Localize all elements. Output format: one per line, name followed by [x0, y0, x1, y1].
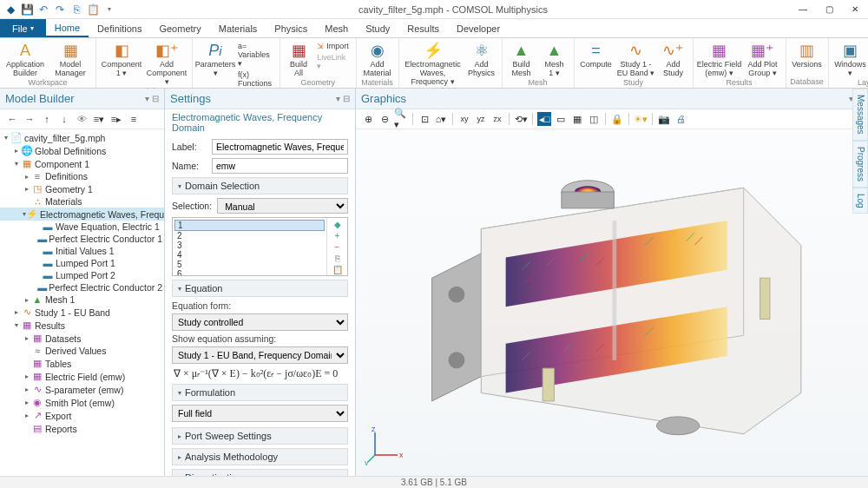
tab-definitions[interactable]: Definitions	[89, 19, 150, 37]
tree-toggle-icon[interactable]: ▸	[23, 399, 31, 406]
tree-node[interactable]: ▾📄cavity_filter_5g.mph	[0, 131, 164, 144]
progress-tab[interactable]: Progress	[852, 141, 868, 188]
tree-node[interactable]: ▬Lumped Port 1	[0, 257, 164, 269]
transparency-icon[interactable]: ◫	[587, 112, 601, 126]
formulation-header[interactable]: ▾Formulation	[172, 384, 348, 401]
tree-toggle-icon[interactable]: ▸	[23, 334, 31, 342]
dom-copy-icon[interactable]: ⎘	[335, 254, 340, 263]
tab-materials[interactable]: Materials	[210, 19, 266, 37]
save-icon[interactable]: 💾	[20, 3, 34, 16]
domain-selection-header[interactable]: ▾Domain Selection	[172, 177, 348, 195]
emw-button[interactable]: ⚡ElectromagneticWaves, Frequency ▾	[403, 39, 464, 87]
tree-toggle-icon[interactable]: ▸	[12, 308, 21, 316]
tree-node[interactable]: ▸≡Definitions	[0, 170, 164, 182]
formulation-select[interactable]: Full field	[172, 405, 348, 422]
build-all-button[interactable]: ▦BuildAll	[284, 39, 313, 78]
equation-header[interactable]: ▾Equation	[172, 280, 348, 297]
view-xy-icon[interactable]: xy	[457, 112, 471, 126]
nav-down-icon[interactable]: ↓	[57, 112, 71, 126]
electric-field-button[interactable]: ▦Electric Field(emw) ▾	[697, 39, 742, 78]
tree-node[interactable]: ▬Lumped Port 2	[0, 269, 164, 281]
tab-mesh[interactable]: Mesh	[316, 19, 357, 37]
nav-fwd-icon[interactable]: →	[23, 112, 36, 126]
maximize-button[interactable]: ▢	[816, 0, 842, 19]
tree-node[interactable]: ▸◉Smith Plot (emw)	[0, 396, 164, 409]
messages-tab[interactable]: Messages	[852, 89, 868, 141]
domain-item[interactable]: 2	[174, 231, 325, 241]
view-yz-icon[interactable]: yz	[474, 112, 488, 126]
tree-toggle-icon[interactable]: ▸	[23, 412, 31, 419]
tree-node[interactable]: ▸∿S-parameter (emw)	[0, 383, 164, 396]
tree-more-icon[interactable]: ≡	[127, 112, 141, 126]
domain-item[interactable]: 1	[174, 220, 325, 231]
tree-node[interactable]: ▾▦Component 1	[0, 157, 164, 170]
lock-icon[interactable]: 🔒	[610, 112, 624, 126]
tree-node[interactable]: ▸◳Geometry 1	[0, 182, 164, 195]
tree-toggle-icon[interactable]: ▾	[12, 160, 21, 168]
qat-more-icon[interactable]: ▾	[102, 3, 116, 16]
dom-remove-icon[interactable]: −	[335, 242, 340, 252]
graphics-canvas[interactable]: x y z	[356, 129, 868, 476]
paste-icon[interactable]: 📋	[86, 3, 100, 16]
tree-toggle-icon[interactable]: ▸	[23, 185, 31, 193]
add-plot-button[interactable]: ▦⁺Add PlotGroup ▾	[744, 39, 782, 78]
tab-physics[interactable]: Physics	[266, 19, 316, 37]
livelink-button[interactable]: LiveLink ▾	[315, 52, 352, 71]
import-button[interactable]: ⇲Import	[315, 41, 352, 51]
file-tab[interactable]: File▾	[0, 19, 46, 37]
tree-node[interactable]: ⛬Materials	[0, 195, 164, 208]
tree-toggle-icon[interactable]: ▸	[12, 147, 21, 155]
eq-form-select[interactable]: Study controlled	[172, 313, 348, 331]
select-mode-icon[interactable]: ◂□	[537, 112, 551, 126]
analysis-header[interactable]: ▸Analysis Methodology	[172, 448, 348, 465]
zoom-out-icon[interactable]: ⊖	[378, 112, 391, 126]
add-physics-button[interactable]: ⚛AddPhysics	[465, 39, 498, 78]
expand-icon[interactable]: ≡▸	[109, 112, 123, 126]
windows-button[interactable]: ▣Windows▾	[832, 39, 868, 78]
dom-add-icon[interactable]: +	[335, 231, 340, 241]
show-icon[interactable]: 👁	[75, 112, 89, 126]
undo-icon[interactable]: ↶	[36, 3, 50, 16]
tree-node[interactable]: ▾▦Results	[0, 319, 164, 332]
tree-toggle-icon[interactable]: ▸	[23, 373, 31, 380]
add-material-button[interactable]: ◉AddMaterial	[360, 39, 395, 78]
add-component-button[interactable]: ◧⁺AddComponent ▾	[145, 39, 188, 87]
parameters-button[interactable]: PiParameters▾	[196, 39, 234, 78]
tree-node[interactable]: ≈Derived Values	[0, 345, 164, 357]
tab-results[interactable]: Results	[398, 19, 448, 37]
tree-toggle-icon[interactable]: ▾	[12, 321, 21, 329]
variables-button[interactable]: a= Variables ▾	[236, 41, 276, 69]
nav-back-icon[interactable]: ←	[5, 112, 19, 126]
tree-node[interactable]: ▸▲Mesh 1	[0, 293, 164, 306]
tab-geometry[interactable]: Geometry	[150, 19, 209, 37]
tree-node[interactable]: ▸∿Study 1 - EU Band	[0, 306, 164, 319]
label-input[interactable]	[212, 139, 348, 155]
copy-icon[interactable]: ⎘	[69, 3, 83, 16]
dom-activate-icon[interactable]: ◆	[334, 220, 341, 229]
application-builder-button[interactable]: AApplicationBuilder	[3, 39, 47, 78]
mesh-button[interactable]: ▲Mesh1 ▾	[539, 39, 570, 78]
select-all-icon[interactable]: ▦	[570, 112, 584, 126]
model-tree[interactable]: ▾📄cavity_filter_5g.mph▸🌐Global Definitio…	[0, 129, 164, 476]
tree-node[interactable]: ▸↗Export	[0, 409, 164, 422]
domain-list[interactable]: 123456	[173, 218, 326, 275]
add-study-button[interactable]: ∿⁺AddStudy	[658, 39, 689, 78]
discretization-header[interactable]: ▸Discretization	[172, 469, 348, 476]
compute-button[interactable]: =Compute	[578, 39, 615, 69]
port-sweep-header[interactable]: ▸Port Sweep Settings	[172, 427, 348, 445]
zoom-in-icon[interactable]: ⊕	[361, 112, 375, 126]
domain-item[interactable]: 3	[174, 241, 325, 250]
log-tab[interactable]: Log	[852, 188, 868, 214]
tree-node[interactable]: ▸▦Datasets	[0, 332, 164, 345]
study-button[interactable]: ∿Study 1 -EU Band ▾	[616, 39, 656, 78]
tab-home[interactable]: Home	[46, 19, 89, 37]
domain-item[interactable]: 6	[174, 269, 325, 275]
zoom-box-icon[interactable]: 🔍▾	[394, 112, 408, 126]
tree-node[interactable]: ▸▦Electric Field (emw)	[0, 370, 164, 383]
domain-item[interactable]: 4	[174, 250, 325, 260]
zoom-extents-icon[interactable]: ⊡	[418, 112, 431, 126]
component-button[interactable]: ◧Component1 ▾	[100, 39, 143, 78]
tree-node[interactable]: ▬Perfect Electric Conductor 2	[0, 281, 164, 293]
redo-icon[interactable]: ↷	[53, 3, 67, 16]
collapse-icon[interactable]: ≡▾	[92, 112, 106, 126]
